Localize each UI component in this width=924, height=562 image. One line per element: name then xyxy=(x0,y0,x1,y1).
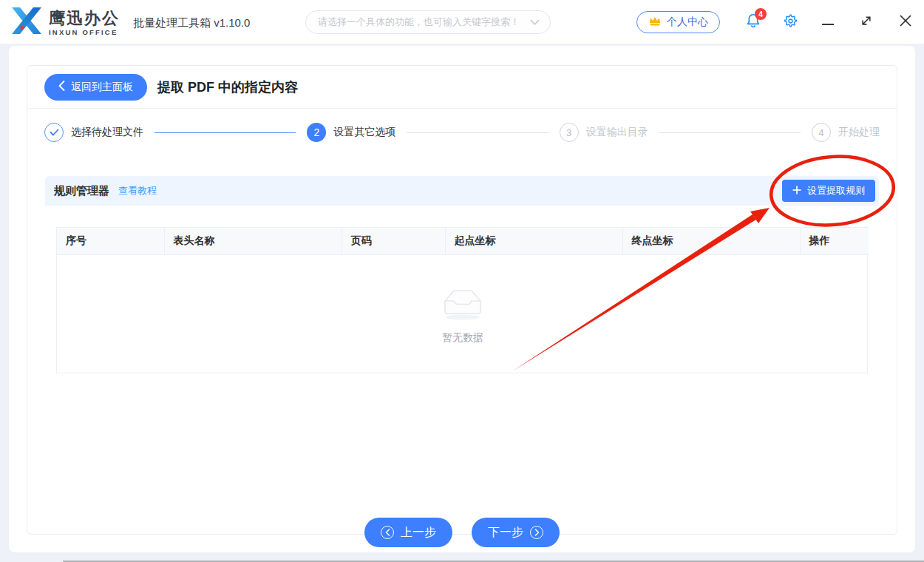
main-card: 返回到主面板 提取 PDF 中的指定内容 选择待处理文件 2 设置其它选项 xyxy=(9,46,915,552)
add-extract-rule-button[interactable]: 设置提取规则 xyxy=(782,180,875,202)
content-card: 返回到主面板 提取 PDF 中的指定内容 选择待处理文件 2 设置其它选项 xyxy=(27,65,897,535)
minimize-icon xyxy=(822,16,834,29)
prev-step-button[interactable]: 上一步 xyxy=(364,518,452,547)
table-header-row: 序号 表头名称 页码 起点坐标 终点坐标 操作 xyxy=(57,228,869,254)
tutorial-link[interactable]: 查看教程 xyxy=(118,184,157,197)
plus-icon xyxy=(792,186,801,197)
resize-diagonal-icon xyxy=(860,14,873,30)
step-item-1: 选择待处理文件 xyxy=(44,123,143,142)
close-button[interactable] xyxy=(893,0,918,44)
column-header-end-coord: 终点坐标 xyxy=(622,228,800,254)
app-header: 鹰迅办公 INXUN OFFICE 批量处理工具箱 v1.10.0 请选择一个具… xyxy=(0,0,924,44)
next-circle-icon xyxy=(530,526,543,539)
column-header-actions: 操作 xyxy=(800,228,869,254)
restore-button[interactable] xyxy=(855,0,878,44)
logo: 鹰迅办公 INXUN OFFICE xyxy=(10,6,120,40)
minimize-button[interactable] xyxy=(816,0,840,44)
prev-step-label: 上一步 xyxy=(401,525,436,541)
x-logo-icon xyxy=(10,6,43,40)
next-step-label: 下一步 xyxy=(488,525,523,541)
notification-badge: 4 xyxy=(755,8,767,20)
column-header-name: 表头名称 xyxy=(164,228,342,254)
rule-manager-bar: 规则管理器 查看教程 设置提取规则 xyxy=(45,176,879,206)
brand-text: 鹰迅办公 INXUN OFFICE xyxy=(49,10,120,36)
page-toolbar: 返回到主面板 提取 PDF 中的指定内容 xyxy=(27,66,897,109)
close-icon xyxy=(900,15,911,30)
step-indicator: 选择待处理文件 2 设置其它选项 3 设置输出目录 4 开始处理 xyxy=(27,109,897,156)
step-2-circle: 2 xyxy=(307,123,326,142)
step-1-label: 选择待处理文件 xyxy=(71,126,143,139)
back-button-label: 返回到主面板 xyxy=(71,81,133,94)
app-window: 鹰迅办公 INXUN OFFICE 批量处理工具箱 v1.10.0 请选择一个具… xyxy=(0,0,924,562)
step-4-label: 开始处理 xyxy=(838,126,880,139)
app-title: 批量处理工具箱 v1.10.0 xyxy=(133,16,250,30)
notification-button[interactable]: 4 xyxy=(741,0,765,44)
back-to-dashboard-button[interactable]: 返回到主面板 xyxy=(44,74,147,101)
empty-box-icon xyxy=(438,282,487,324)
page-title: 提取 PDF 中的指定内容 xyxy=(157,78,298,96)
chevron-down-icon xyxy=(530,16,540,29)
step-item-4: 4 开始处理 xyxy=(812,123,880,142)
step-2-label: 设置其它选项 xyxy=(333,126,395,139)
brand-subtitle: INXUN OFFICE xyxy=(49,29,120,36)
footer-actions: 上一步 下一步 xyxy=(0,518,924,547)
step-connector xyxy=(407,132,548,133)
rule-manager-title: 规则管理器 xyxy=(54,184,109,198)
next-step-button[interactable]: 下一步 xyxy=(472,518,560,547)
step-item-2: 2 设置其它选项 xyxy=(307,123,395,142)
empty-state: 暂无数据 xyxy=(438,282,487,345)
empty-text: 暂无数据 xyxy=(442,331,483,345)
step-3-circle: 3 xyxy=(560,123,579,142)
brand-name: 鹰迅办公 xyxy=(49,10,120,27)
function-search-select[interactable]: 请选择一个具体的功能，也可输入关键字搜索！ xyxy=(305,10,551,34)
back-chevron-icon xyxy=(58,81,65,93)
step-connector xyxy=(154,132,296,133)
add-extract-rule-label: 设置提取规则 xyxy=(807,184,865,197)
check-icon xyxy=(50,129,59,136)
user-center-button[interactable]: 个人中心 xyxy=(636,11,720,33)
column-header-start-coord: 起点坐标 xyxy=(445,228,622,254)
gear-icon xyxy=(783,13,798,32)
step-1-circle xyxy=(44,123,64,142)
search-placeholder: 请选择一个具体的功能，也可输入关键字搜索！ xyxy=(318,16,530,29)
step-connector xyxy=(659,132,801,133)
rules-table: 序号 表头名称 页码 起点坐标 终点坐标 操作 xyxy=(56,227,868,373)
step-3-label: 设置输出目录 xyxy=(586,126,648,139)
settings-button[interactable] xyxy=(779,0,801,44)
step-item-3: 3 设置输出目录 xyxy=(560,123,648,142)
prev-circle-icon xyxy=(381,526,394,539)
user-center-label: 个人中心 xyxy=(667,16,708,29)
column-header-page: 页码 xyxy=(342,228,445,254)
step-4-circle: 4 xyxy=(812,123,831,142)
table-empty-row: 暂无数据 xyxy=(57,254,869,373)
crown-icon xyxy=(648,16,662,30)
column-header-index: 序号 xyxy=(57,228,164,254)
